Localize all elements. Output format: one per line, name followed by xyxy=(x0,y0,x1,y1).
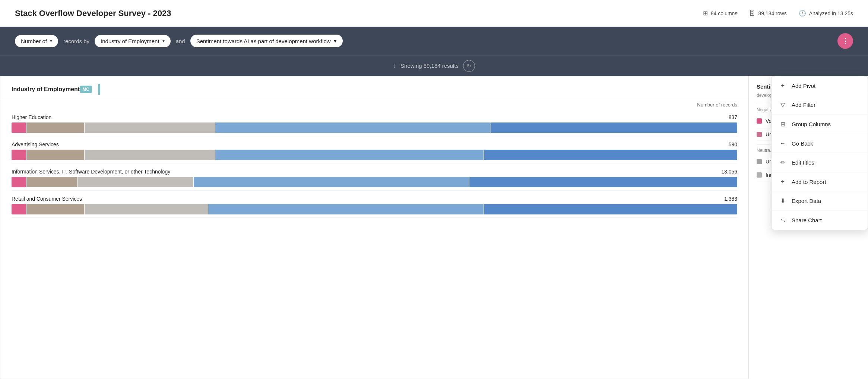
bar-segment-blue-light xyxy=(215,122,491,133)
analyzed-value: Analyzed in 13.25s xyxy=(809,10,853,16)
bar-segment-taupe xyxy=(26,204,85,214)
row-header: Advertising Services 590 xyxy=(12,141,737,147)
results-bar: ↕ Showing 89,184 results ↻ xyxy=(0,55,868,76)
bar-chart xyxy=(12,122,737,133)
columns-icon: ⊞ xyxy=(703,10,708,17)
bar-chart xyxy=(12,177,737,187)
records-label: Number of records xyxy=(0,99,748,109)
bar-chart xyxy=(12,204,737,214)
edit-titles-label: Edit titles xyxy=(792,159,814,166)
col1-header: Industry of Employment xyxy=(12,86,80,93)
sentiment-pill[interactable]: Sentiment towards AI as part of developm… xyxy=(190,35,343,47)
row-label: Retail and Consumer Services xyxy=(12,196,82,202)
and-text: and xyxy=(176,38,185,44)
mc-badge: MC xyxy=(80,86,92,93)
bar-segment-gray xyxy=(85,204,208,214)
bar-segment-taupe xyxy=(26,150,85,160)
columns-value: 84 columns xyxy=(711,10,738,16)
table-row: Retail and Consumer Services 1,383 xyxy=(12,191,737,218)
menu-item-share-chart[interactable]: ⇋ Share Chart xyxy=(772,211,868,230)
row-header: Higher Education 837 xyxy=(12,114,737,120)
rows-value: 89,184 rows xyxy=(758,10,786,16)
number-of-label: Number of xyxy=(21,38,47,44)
chart-header: Industry of Employment MC xyxy=(0,76,748,99)
bar-segment-blue-light xyxy=(208,204,484,214)
row-value: 13,056 xyxy=(721,169,737,175)
bar-segment-pink xyxy=(12,204,26,214)
go-back-icon: ← xyxy=(779,140,786,147)
sort-icon[interactable]: ↕ xyxy=(393,63,396,69)
columns-stat: ⊞ 84 columns xyxy=(703,10,738,17)
context-menu: + Add Pivot ▽ Add Filter ⊞ Group Columns… xyxy=(771,76,868,230)
add-pivot-label: Add Pivot xyxy=(792,83,815,89)
bar-segment-blue-light xyxy=(194,177,469,187)
share-chart-label: Share Chart xyxy=(792,217,822,223)
indifferent-swatch xyxy=(757,172,762,178)
industry-chevron: ▾ xyxy=(162,38,165,44)
number-of-pill[interactable]: Number of ▾ xyxy=(15,35,58,47)
main-content: Industry of Employment MC Number of reco… xyxy=(0,76,868,379)
edit-titles-icon: ✏ xyxy=(779,159,786,166)
query-bar: Number of ▾ records by Industry of Emplo… xyxy=(0,27,868,55)
more-options-button[interactable]: ⋮ xyxy=(837,33,853,49)
row-value: 837 xyxy=(729,114,737,120)
bar-segment-blue xyxy=(484,204,737,214)
app-title: Stack Overflow Developer Survey - 2023 xyxy=(15,9,171,18)
showing-results-text: Showing 89,184 results xyxy=(400,63,459,69)
industry-label: Industry of Employment xyxy=(101,38,159,44)
table-row: Higher Education 837 xyxy=(12,109,737,136)
bar-segment-taupe xyxy=(26,177,77,187)
row-value: 590 xyxy=(729,141,737,147)
row-label: Information Services, IT, Software Devel… xyxy=(12,169,170,175)
rows-icon: 🗄 xyxy=(749,10,755,17)
bar-chart xyxy=(12,150,737,160)
menu-item-export-data[interactable]: ⬇ Export Data xyxy=(772,191,868,211)
bar-segment-gray xyxy=(85,150,215,160)
industry-pill[interactable]: Industry of Employment ▾ xyxy=(95,35,171,47)
header-stats: ⊞ 84 columns 🗄 89,184 rows 🕐 Analyzed in… xyxy=(703,10,853,17)
table-row: Advertising Services 590 xyxy=(12,136,737,163)
bar-segment-blue xyxy=(491,122,737,133)
add-to-report-icon: + xyxy=(779,178,786,185)
go-back-label: Go Back xyxy=(792,140,813,147)
export-data-label: Export Data xyxy=(792,198,821,204)
chart-panel: Industry of Employment MC Number of reco… xyxy=(0,76,749,379)
add-pivot-icon: + xyxy=(779,82,786,89)
add-filter-icon: ▽ xyxy=(779,101,786,108)
refresh-button[interactable]: ↻ xyxy=(463,60,475,72)
table-row: Information Services, IT, Software Devel… xyxy=(12,163,737,191)
add-filter-label: Add Filter xyxy=(792,102,815,108)
bar-segment-pink xyxy=(12,150,26,160)
menu-item-add-filter[interactable]: ▽ Add Filter xyxy=(772,95,868,115)
very-unfavorable-swatch xyxy=(757,118,762,124)
row-header: Information Services, IT, Software Devel… xyxy=(12,169,737,175)
menu-item-edit-titles[interactable]: ✏ Edit titles xyxy=(772,153,868,172)
clock-icon: 🕐 xyxy=(799,10,806,17)
bar-segment-gray xyxy=(77,177,193,187)
bar-segment-blue xyxy=(484,150,737,160)
row-value: 1,383 xyxy=(724,196,737,202)
number-of-chevron: ▾ xyxy=(50,38,52,44)
export-data-icon: ⬇ xyxy=(779,197,786,204)
sentiment-chevron: ▾ xyxy=(334,38,337,44)
row-label: Advertising Services xyxy=(12,141,59,147)
rows-stat: 🗄 89,184 rows xyxy=(749,10,786,17)
share-chart-icon: ⇋ xyxy=(779,217,786,224)
menu-item-go-back[interactable]: ← Go Back xyxy=(772,134,868,153)
analyzed-stat: 🕐 Analyzed in 13.25s xyxy=(799,10,853,17)
bar-segment-pink xyxy=(12,177,26,187)
bar-segment-gray xyxy=(85,122,215,133)
menu-item-add-pivot[interactable]: + Add Pivot xyxy=(772,76,868,95)
unfavorable-swatch xyxy=(757,132,762,137)
add-to-report-label: Add to Report xyxy=(792,179,826,185)
data-rows: Higher Education 837 Advertising Service… xyxy=(0,109,748,218)
row-label: Higher Education xyxy=(12,114,51,120)
bar-segment-taupe xyxy=(26,122,85,133)
bar-segment-blue xyxy=(469,177,737,187)
menu-item-group-columns[interactable]: ⊞ Group Columns xyxy=(772,115,868,134)
unsure-swatch xyxy=(757,159,762,164)
col2-header-area: MC xyxy=(80,84,100,95)
bar-segment-pink xyxy=(12,122,26,133)
menu-item-add-to-report[interactable]: + Add to Report xyxy=(772,172,868,191)
col1-header-text: Industry of Employment xyxy=(12,86,80,92)
